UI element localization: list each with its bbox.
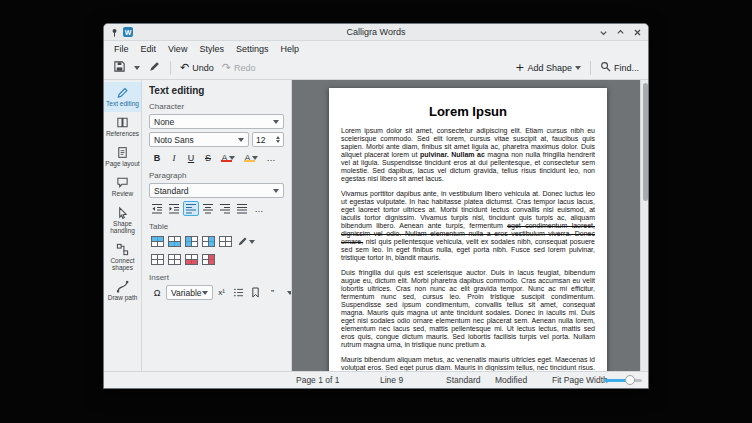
menu-settings[interactable]: Settings xyxy=(230,43,275,55)
chevron-down-icon xyxy=(134,66,140,70)
redo-icon: ↷ xyxy=(222,63,231,73)
style-indicator[interactable]: Standard xyxy=(446,375,481,385)
find-button[interactable]: Find... xyxy=(597,59,642,76)
insert-row-below-button[interactable] xyxy=(166,234,182,249)
bold-button[interactable]: B xyxy=(149,150,165,165)
menu-file[interactable]: File xyxy=(108,43,135,55)
bookmark-button[interactable] xyxy=(248,285,264,300)
save-options-button[interactable] xyxy=(131,64,143,72)
table-merge-cells-icon xyxy=(219,236,232,247)
dock-tab-connect-shapes[interactable]: Connect shapes xyxy=(104,239,141,276)
chevron-down-icon xyxy=(238,138,244,142)
toc-icon xyxy=(233,288,244,298)
menu-edit[interactable]: Edit xyxy=(135,43,163,55)
footnote-button[interactable]: x¹ xyxy=(214,285,230,300)
delete-column-button[interactable] xyxy=(200,252,216,267)
title-bar[interactable]: W Calligra Words xyxy=(104,24,648,41)
dock-tab-page-layout[interactable]: Page layout xyxy=(104,142,141,172)
paragraph-section-label: Paragraph xyxy=(149,171,284,180)
document-canvas[interactable]: Lorem Ipsun Lorem ipsum dolor sit amet, … xyxy=(292,80,648,371)
minimize-button[interactable] xyxy=(599,28,608,37)
split-cells-button[interactable] xyxy=(149,252,165,267)
document-page[interactable]: Lorem Ipsun Lorem ipsum dolor sit amet, … xyxy=(329,88,607,371)
edit-button[interactable] xyxy=(145,58,164,77)
align-justify-button[interactable] xyxy=(234,201,250,216)
more-character-options-button[interactable]: … xyxy=(263,150,279,165)
table-of-contents-button[interactable] xyxy=(231,285,247,300)
pencil-icon xyxy=(237,236,248,247)
highlight-color-button[interactable]: A xyxy=(240,150,262,165)
strikethrough-button[interactable]: S xyxy=(200,150,216,165)
underline-button[interactable]: U xyxy=(183,150,199,165)
delete-row-button[interactable] xyxy=(183,252,199,267)
menu-styles[interactable]: Styles xyxy=(193,43,230,55)
zoom-slider-handle[interactable] xyxy=(625,375,635,385)
align-left-button[interactable] xyxy=(183,201,199,216)
status-bar: Page 1 of 1 Line 9 Standard Modified Fit… xyxy=(104,371,648,388)
chevron-down-icon xyxy=(273,120,279,124)
table-split-cells-icon xyxy=(151,254,164,265)
scrollbar-thumb[interactable] xyxy=(643,83,648,201)
insert-column-left-button[interactable] xyxy=(183,234,199,249)
dock-tab-draw-path[interactable]: Draw path xyxy=(104,276,141,306)
paragraph-style-select[interactable]: Standard xyxy=(149,183,284,198)
save-button[interactable] xyxy=(110,58,129,77)
more-insert-options-button[interactable] xyxy=(282,285,292,300)
menu-help[interactable]: Help xyxy=(274,43,305,55)
font-size-input[interactable]: 12 xyxy=(252,132,284,147)
bookmark-icon xyxy=(251,287,260,298)
dock-tab-review[interactable]: Review xyxy=(104,172,141,202)
menu-view[interactable]: View xyxy=(162,43,193,55)
chevron-down-icon xyxy=(249,240,255,244)
table-row-1 xyxy=(149,234,284,249)
font-family-select[interactable]: Noto Sans xyxy=(149,132,249,147)
close-button[interactable] xyxy=(633,28,642,37)
dock-tab-text-editing[interactable]: Text editing xyxy=(104,82,141,112)
vertical-scrollbar[interactable] xyxy=(640,80,648,371)
special-character-button[interactable]: Ω xyxy=(149,285,165,300)
insert-row-above-button[interactable] xyxy=(149,234,165,249)
main-area: Text editing References Page layout Revi… xyxy=(104,80,648,371)
chevron-down-icon xyxy=(575,66,581,70)
chevron-down-icon xyxy=(273,189,279,193)
line-indicator: Line 9 xyxy=(380,375,403,385)
table-insert-column-right-icon xyxy=(202,236,215,247)
insert-row: Ω Variable x¹ ” xyxy=(149,285,284,300)
toolbar-separator xyxy=(170,61,171,75)
save-icon xyxy=(113,60,126,75)
dock-tab-references[interactable]: References xyxy=(104,112,141,142)
modified-indicator: Modified xyxy=(495,375,527,385)
zoom-mode-button[interactable]: Fit Page Width xyxy=(552,375,608,385)
character-style-select[interactable]: None xyxy=(149,114,284,129)
more-paragraph-options-button[interactable]: … xyxy=(251,201,267,216)
zoom-slider[interactable] xyxy=(604,379,642,382)
redo-button[interactable]: ↷ Redo xyxy=(219,61,259,75)
pin-icon[interactable] xyxy=(110,28,119,37)
text-editing-panel: Text editing Character None Noto Sans 12… xyxy=(142,80,292,371)
insert-column-right-button[interactable] xyxy=(200,234,216,249)
maximize-button[interactable] xyxy=(616,28,625,37)
border-pen-button[interactable] xyxy=(234,234,258,249)
align-center-button[interactable] xyxy=(200,201,216,216)
table-properties-icon xyxy=(168,254,181,265)
increase-indent-button[interactable] xyxy=(166,201,182,216)
panel-title: Text editing xyxy=(149,85,284,96)
align-right-button[interactable] xyxy=(217,201,233,216)
document-paragraph: Duis fringilla dui quis est scelerisque … xyxy=(341,269,595,349)
spinner-arrows-icon[interactable] xyxy=(276,136,280,143)
variable-select[interactable]: Variable xyxy=(166,285,213,300)
citation-button[interactable]: ” xyxy=(265,285,281,300)
chevron-down-icon xyxy=(202,291,208,295)
text-color-button[interactable]: A xyxy=(217,150,239,165)
italic-button[interactable]: I xyxy=(166,150,182,165)
table-properties-button[interactable] xyxy=(166,252,182,267)
decrease-indent-button[interactable] xyxy=(149,201,165,216)
undo-button[interactable]: ↶ Undo xyxy=(177,61,217,75)
merge-cells-button[interactable] xyxy=(217,234,233,249)
add-shape-button[interactable]: + Add Shape xyxy=(512,61,584,75)
table-insert-row-below-icon xyxy=(168,236,181,247)
character-format-row: B I U S A A … xyxy=(149,150,284,165)
dock-tab-shape-handling[interactable]: Shape handling xyxy=(104,202,141,239)
table-section-label: Table xyxy=(149,222,284,231)
pencil-icon xyxy=(148,60,161,75)
